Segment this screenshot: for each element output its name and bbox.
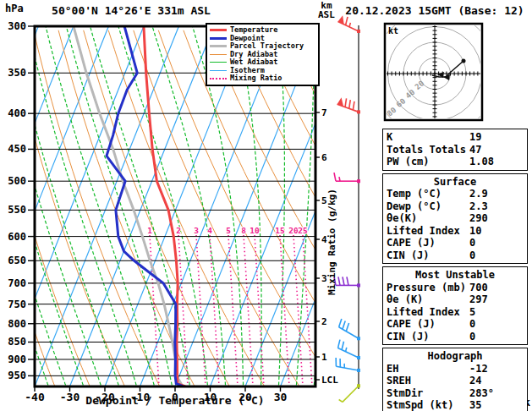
panel-row-value: 35	[469, 399, 524, 411]
svg-text:3: 3	[194, 226, 199, 235]
panel-section-title: Surface	[387, 176, 524, 189]
svg-text:6: 6	[321, 152, 327, 163]
panel-row-value: 2.3	[469, 200, 524, 213]
panel-row-label: Dewp (°C)	[387, 200, 469, 213]
panel-row: θe(K)290	[387, 212, 524, 225]
chart-legend: TemperatureDewpointParcel TrajectoryDry …	[206, 23, 320, 86]
svg-text:500: 500	[8, 175, 26, 187]
wind-barb	[337, 97, 360, 113]
panel-row-value: 0	[469, 318, 524, 331]
panel-row: K19	[387, 131, 524, 144]
station-title: 50°00'N 14°26'E 331m ASL	[32, 4, 230, 17]
panel-row-value: 47	[469, 144, 524, 156]
run-date-title: 20.12.2023 15GMT (Base: 12)	[340, 4, 529, 17]
panel-row: Pressure (mb)700	[387, 282, 524, 294]
panel-row-value: 10	[469, 225, 524, 238]
wind-barb	[334, 173, 360, 183]
panel-row: CIN (J)0	[387, 331, 524, 343]
svg-text:1: 1	[147, 226, 152, 235]
wind-barb-column	[334, 15, 360, 402]
panel-row-label: CAPE (J)	[387, 318, 469, 331]
svg-text:15: 15	[275, 226, 285, 235]
pressure-unit-label: hPa	[5, 3, 24, 14]
wind-barb	[336, 358, 360, 372]
legend-line-sample	[210, 37, 227, 40]
panel-row: θe (K)297	[387, 293, 524, 306]
panel-row: Lifted Index10	[387, 225, 524, 238]
panel-section: K19Totals Totals47PW (cm)1.08	[382, 129, 528, 171]
wind-barb	[339, 319, 360, 340]
panel-row-value: 1.08	[469, 156, 524, 168]
wind-barb	[334, 277, 360, 287]
panel-row: Totals Totals47	[387, 144, 524, 156]
panel-row-label: CIN (J)	[387, 249, 469, 262]
panel-row: CAPE (J)0	[387, 237, 524, 249]
panel-row-value: 700	[469, 282, 524, 294]
legend-item-label: Temperature	[230, 26, 277, 34]
panel-row-label: Lifted Index	[387, 306, 469, 319]
panel-row-value: 0	[469, 249, 524, 262]
panel-row-label: StmSpd (kt)	[387, 399, 469, 411]
legend-line-sample	[210, 54, 227, 55]
panel-section: SurfaceTemp (°C)2.9Dewp (°C)2.3θe(K)290L…	[382, 173, 528, 265]
svg-text:800: 800	[8, 318, 26, 330]
svg-text:700: 700	[8, 277, 26, 289]
panel-row: StmDir283°	[387, 387, 524, 400]
svg-text:5: 5	[226, 226, 231, 235]
panel-section: HodographEH-12SREH24StmDir283°StmSpd (kt…	[382, 348, 528, 411]
indices-panel: K19Totals Totals47PW (cm)1.08SurfaceTemp…	[382, 129, 528, 411]
legend-item-label: Mixing Ratio	[230, 74, 282, 82]
panel-row-label: CIN (J)	[387, 331, 469, 343]
panel-row-label: Totals Totals	[387, 144, 469, 156]
svg-text:400: 400	[8, 107, 26, 119]
svg-text:550: 550	[8, 204, 26, 216]
altitude-unit-asl: ASL	[318, 10, 335, 19]
panel-section-title: Hodograph	[387, 350, 524, 363]
svg-text:LCL: LCL	[321, 375, 338, 386]
panel-row: EH-12	[387, 363, 524, 375]
wind-barb	[339, 384, 360, 402]
panel-row-label: EH	[387, 363, 469, 375]
legend-line-sample	[210, 62, 227, 63]
panel-row: StmSpd (kt)35	[387, 399, 524, 411]
svg-text:850: 850	[8, 336, 26, 348]
svg-text:1: 1	[321, 352, 327, 363]
legend-line-sample	[210, 78, 227, 79]
svg-text:650: 650	[8, 255, 26, 266]
panel-row: SREH24	[387, 375, 524, 387]
panel-row-value: 283°	[469, 387, 524, 400]
svg-text:450: 450	[8, 143, 26, 155]
panel-row-label: K	[387, 131, 469, 144]
legend-line-sample	[210, 45, 227, 47]
legend-item: Mixing Ratio	[210, 74, 316, 83]
wind-barb	[338, 15, 360, 33]
panel-row-value: -12	[469, 363, 524, 375]
svg-text:750: 750	[8, 299, 26, 310]
legend-item-label: Parcel Trajectory	[230, 42, 304, 50]
legend-item-label: Wet Adiabat	[230, 58, 277, 66]
hodograph-unit-label: kt	[388, 26, 398, 36]
panel-row: Lifted Index5	[387, 306, 524, 319]
series-temperature	[144, 26, 185, 386]
panel-row-value: 19	[469, 131, 524, 144]
panel-row-value: 2.9	[469, 188, 524, 200]
svg-text:25: 25	[298, 226, 308, 235]
panel-row-label: Temp (°C)	[387, 188, 469, 200]
panel-row-value: 24	[469, 375, 524, 387]
svg-text:2: 2	[321, 316, 327, 327]
mixing-ratio-axis-label: Mixing Ratio (g/kg)	[326, 189, 337, 295]
panel-row-label: θe(K)	[387, 212, 469, 225]
panel-row-label: PW (cm)	[387, 156, 469, 168]
panel-row-value: 297	[469, 293, 524, 306]
panel-row-label: Lifted Index	[387, 225, 469, 238]
svg-text:600: 600	[8, 231, 26, 243]
panel-row-label: SREH	[387, 375, 469, 387]
skewt-sounding-app: 1234581015202530035040045050055060065070…	[0, 0, 532, 411]
panel-row: PW (cm)1.08	[387, 156, 524, 168]
panel-row-value: 290	[469, 212, 524, 225]
svg-text:900: 900	[8, 353, 26, 365]
legend-line-sample	[210, 70, 227, 71]
panel-row: Temp (°C)2.9	[387, 188, 524, 200]
panel-row: CAPE (J)0	[387, 318, 524, 331]
panel-row-value: 5	[469, 306, 524, 319]
